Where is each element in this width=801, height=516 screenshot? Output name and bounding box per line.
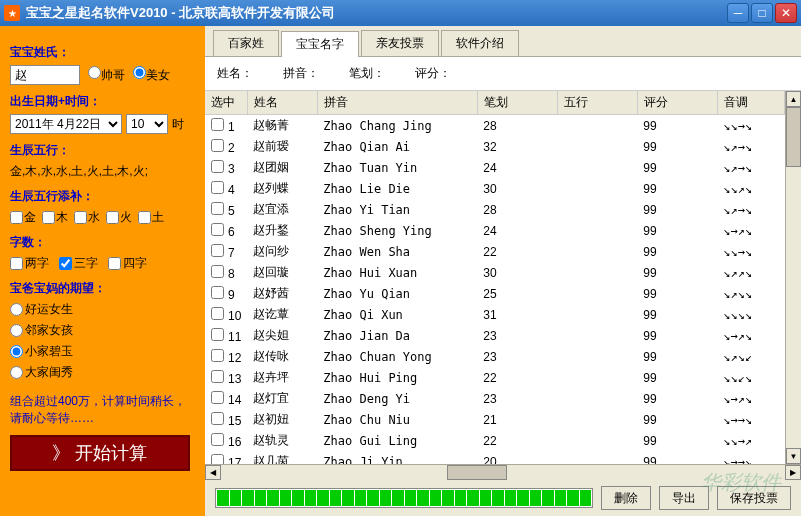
cell-pinyin: Zhao Tuan Yin [317, 157, 477, 178]
chars-check-1[interactable]: 三字 [59, 255, 98, 272]
birth-date-select[interactable]: 2011年 4月22日 [10, 114, 122, 134]
filter-name: 姓名： [217, 65, 253, 82]
cell-wuxing [557, 220, 637, 241]
cell-strokes: 22 [477, 367, 557, 388]
start-calculate-button[interactable]: 》 开始计算 [10, 435, 190, 471]
cell-name: 赵升鍫 [247, 220, 317, 241]
table-row[interactable]: 14赵灯宜Zhao Deng Yi2399↘→↗↘ [205, 388, 785, 409]
cell-strokes: 21 [477, 409, 557, 430]
table-row[interactable]: 16赵轨灵Zhao Gui Ling2299↘↘→↗ [205, 430, 785, 451]
save-vote-button[interactable]: 保存投票 [717, 486, 791, 510]
wuxing-check-木[interactable]: 木 [42, 209, 68, 226]
table-row[interactable]: 1赵畅菁Zhao Chang Jing2899↘↘→↘ [205, 115, 785, 137]
gender-male-radio[interactable]: 帅哥 [88, 66, 125, 84]
cell-wuxing [557, 346, 637, 367]
scroll-thumb-h[interactable] [447, 465, 507, 480]
cell-name: 赵讫蕈 [247, 304, 317, 325]
column-header[interactable]: 评分 [637, 91, 717, 115]
chars-label: 字数： [10, 234, 195, 251]
table-row[interactable]: 3赵团姻Zhao Tuan Yin2499↘↗→↘ [205, 157, 785, 178]
table-row[interactable]: 2赵前瑷Zhao Qian Ai3299↘↗→↘ [205, 136, 785, 157]
row-checkbox[interactable] [211, 265, 224, 278]
wuxing-check-土[interactable]: 土 [138, 209, 164, 226]
table-row[interactable]: 5赵宜添Zhao Yi Tian2899↘↗→↘ [205, 199, 785, 220]
column-header[interactable]: 姓名 [247, 91, 317, 115]
column-header[interactable]: 拼音 [317, 91, 477, 115]
row-checkbox[interactable] [211, 454, 224, 465]
surname-input[interactable] [10, 65, 80, 85]
wuxing-check-金[interactable]: 金 [10, 209, 36, 226]
cell-wuxing [557, 262, 637, 283]
row-checkbox[interactable] [211, 223, 224, 236]
row-checkbox[interactable] [211, 328, 224, 341]
cell-score: 99 [637, 430, 717, 451]
horizontal-scrollbar[interactable]: ◀ ▶ [205, 464, 801, 480]
cell-strokes: 22 [477, 430, 557, 451]
scroll-left-icon[interactable]: ◀ [205, 465, 221, 480]
table-row[interactable]: 13赵卉坪Zhao Hui Ping2299↘↘↙↘ [205, 367, 785, 388]
gender-female-radio[interactable]: 美女 [133, 66, 170, 84]
row-checkbox[interactable] [211, 370, 224, 383]
row-checkbox[interactable] [211, 349, 224, 362]
row-checkbox[interactable] [211, 118, 224, 131]
cell-tone: ↘↗→↘ [717, 157, 784, 178]
row-checkbox[interactable] [211, 139, 224, 152]
scroll-right-icon[interactable]: ▶ [785, 465, 801, 480]
row-checkbox[interactable] [211, 160, 224, 173]
cell-tone: ↘↗↗↘ [717, 262, 784, 283]
cell-name: 赵传咏 [247, 346, 317, 367]
table-row[interactable]: 15赵初妞Zhao Chu Niu2199↘→→↘ [205, 409, 785, 430]
cell-wuxing [557, 409, 637, 430]
table-row[interactable]: 12赵传咏Zhao Chuan Yong2399↘↗↘↙ [205, 346, 785, 367]
wish-radio-1[interactable]: 邻家女孩 [10, 322, 99, 339]
scroll-down-icon[interactable]: ▼ [786, 448, 801, 464]
row-checkbox[interactable] [211, 244, 224, 257]
column-header[interactable]: 音调 [717, 91, 784, 115]
delete-button[interactable]: 删除 [601, 486, 651, 510]
table-row[interactable]: 11赵尖妲Zhao Jian Da2399↘→↗↘ [205, 325, 785, 346]
tab-3[interactable]: 软件介绍 [441, 30, 519, 56]
table-row[interactable]: 17赵几茵Zhao Ji Yin2099↘→→↘ [205, 451, 785, 464]
row-checkbox[interactable] [211, 391, 224, 404]
row-checkbox[interactable] [211, 433, 224, 446]
cell-score: 99 [637, 178, 717, 199]
table-row[interactable]: 6赵升鍫Zhao Sheng Ying2499↘→↗↘ [205, 220, 785, 241]
cell-tone: ↘↗↘↙ [717, 346, 784, 367]
table-row[interactable]: 9赵妤茜Zhao Yu Qian2599↘↗↘↘ [205, 283, 785, 304]
wuxing-check-水[interactable]: 水 [74, 209, 100, 226]
scroll-up-icon[interactable]: ▲ [786, 91, 801, 107]
column-header[interactable]: 选中 [205, 91, 247, 115]
cell-tone: ↘↘↙↘ [717, 367, 784, 388]
close-button[interactable]: ✕ [775, 3, 797, 23]
birth-hour-select[interactable]: 10 [126, 114, 168, 134]
wuxing-check-火[interactable]: 火 [106, 209, 132, 226]
column-header[interactable]: 五行 [557, 91, 637, 115]
table-row[interactable]: 8赵回璇Zhao Hui Xuan3099↘↗↗↘ [205, 262, 785, 283]
table-row[interactable]: 7赵问纱Zhao Wen Sha2299↘↘→↘ [205, 241, 785, 262]
chars-check-2[interactable]: 四字 [108, 255, 147, 272]
wish-radio-2[interactable]: 小家碧玉 [10, 343, 99, 360]
minimize-button[interactable]: ─ [727, 3, 749, 23]
row-checkbox[interactable] [211, 307, 224, 320]
export-button[interactable]: 导出 [659, 486, 709, 510]
hour-suffix: 时 [172, 116, 184, 133]
scroll-thumb-v[interactable] [786, 107, 801, 167]
vertical-scrollbar[interactable]: ▲ ▼ [785, 91, 801, 464]
cell-score: 99 [637, 346, 717, 367]
column-header[interactable]: 笔划 [477, 91, 557, 115]
tab-1[interactable]: 宝宝名字 [281, 31, 359, 57]
table-row[interactable]: 10赵讫蕈Zhao Qi Xun3199↘↘↘↘ [205, 304, 785, 325]
chars-check-0[interactable]: 两字 [10, 255, 49, 272]
wish-radio-0[interactable]: 好运女生 [10, 301, 99, 318]
wish-radio-3[interactable]: 大家闺秀 [10, 364, 99, 381]
results-table: 选中姓名拼音笔划五行评分音调 1赵畅菁Zhao Chang Jing2899↘↘… [205, 91, 785, 464]
row-checkbox[interactable] [211, 181, 224, 194]
row-checkbox[interactable] [211, 202, 224, 215]
row-checkbox[interactable] [211, 286, 224, 299]
maximize-button[interactable]: □ [751, 3, 773, 23]
tab-2[interactable]: 亲友投票 [361, 30, 439, 56]
table-row[interactable]: 4赵列蝶Zhao Lie Die3099↘↘↗↘ [205, 178, 785, 199]
tab-0[interactable]: 百家姓 [213, 30, 279, 56]
cell-score: 99 [637, 325, 717, 346]
row-checkbox[interactable] [211, 412, 224, 425]
